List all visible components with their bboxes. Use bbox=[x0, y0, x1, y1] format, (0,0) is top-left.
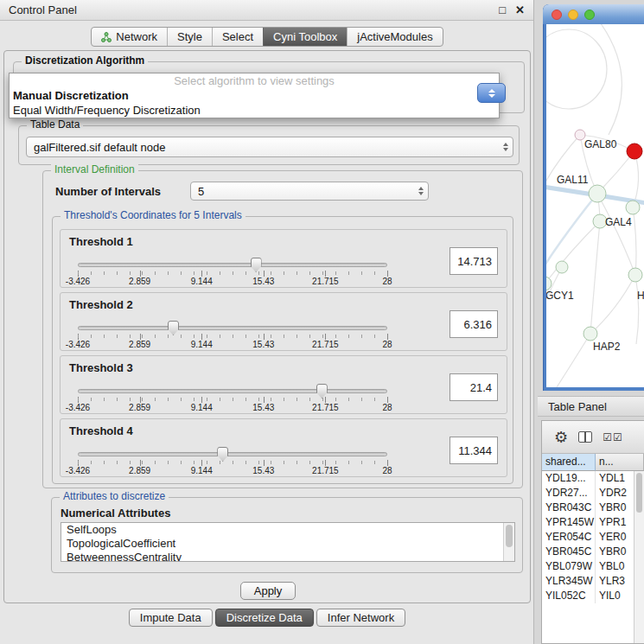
table-scrollbar[interactable] bbox=[634, 471, 644, 643]
network-canvas[interactable]: GAL80 GAL11 GAL4 GCY1 HAP2 H bbox=[546, 24, 644, 387]
algorithm-dropdown-popup: Select algorithm to view settings Manual… bbox=[9, 73, 500, 118]
network-window-titlebar[interactable] bbox=[543, 4, 644, 24]
tab-select[interactable]: Select bbox=[212, 28, 263, 46]
table-row[interactable]: YIL052CYIL0 bbox=[542, 589, 644, 603]
checkbox-icons[interactable]: ☑☑ bbox=[603, 431, 623, 443]
cell[interactable]: YBL079W bbox=[542, 559, 596, 574]
number-of-intervals-combo[interactable]: 5 bbox=[190, 182, 429, 201]
window-buttons: □ ✕ bbox=[499, 3, 525, 16]
tick-label: -3.426 bbox=[66, 340, 90, 349]
tick-label: 15.43 bbox=[252, 277, 274, 286]
node-selected-red[interactable] bbox=[627, 143, 642, 159]
node-hap2[interactable] bbox=[583, 327, 597, 341]
tick-labels: -3.426 2.859 9.144 15.43 21.715 28 bbox=[78, 403, 387, 413]
tick-label: 9.144 bbox=[191, 277, 213, 286]
stepper-icon[interactable] bbox=[503, 143, 508, 151]
table-panel-title: Table Panel bbox=[548, 400, 607, 413]
cell[interactable]: YBR043C bbox=[542, 501, 596, 515]
float-window-icon[interactable]: □ bbox=[499, 3, 506, 16]
table-row[interactable]: YBL079WYBL0 bbox=[542, 559, 644, 574]
list-item[interactable]: SelfLoops bbox=[61, 523, 514, 537]
node-labels: GAL80 GAL11 GAL4 GCY1 HAP2 H bbox=[546, 138, 644, 353]
table-row[interactable]: YBR043CYBR0 bbox=[542, 501, 644, 515]
tab-discretize-data[interactable]: Discretize Data bbox=[215, 609, 314, 627]
list-item[interactable]: TopologicalCoefficient bbox=[61, 537, 514, 551]
slider-track[interactable] bbox=[78, 326, 387, 330]
table-row[interactable]: YDR27...YDR2 bbox=[542, 486, 644, 501]
gear-icon[interactable]: ⚙ bbox=[554, 430, 568, 445]
close-traffic-light-icon[interactable] bbox=[552, 10, 562, 20]
table-row[interactable]: YER054CYER0 bbox=[542, 530, 644, 545]
tick-label: 21.715 bbox=[312, 403, 339, 412]
node[interactable] bbox=[556, 261, 568, 273]
table-row[interactable]: YLR345WYLR3 bbox=[542, 574, 644, 589]
attributes-list[interactable]: SelfLoops TopologicalCoefficient Between… bbox=[61, 522, 515, 562]
cell[interactable]: YDR27... bbox=[542, 486, 596, 501]
cell[interactable]: YBR045C bbox=[542, 545, 596, 559]
table-row[interactable]: YDL19...YDL1 bbox=[542, 471, 644, 486]
group-label: Table Data bbox=[27, 118, 83, 131]
columns-icon[interactable] bbox=[578, 431, 592, 443]
threshold-value-field[interactable]: 6.316 bbox=[450, 310, 498, 338]
table-data-combo-value: galFiltered.sif default node bbox=[34, 141, 165, 154]
cell[interactable]: YPR145W bbox=[542, 515, 596, 530]
group-label: Attributes to discretize bbox=[60, 490, 169, 502]
scrollbar-thumb[interactable] bbox=[506, 525, 513, 547]
threshold-panel: Threshold 1 -3.426 2.859 bbox=[60, 229, 507, 288]
cell[interactable]: YIL052C bbox=[542, 589, 596, 603]
tick-label: 21.715 bbox=[312, 340, 339, 349]
right-panel: GAL80 GAL11 GAL4 GCY1 HAP2 H Table Panel… bbox=[538, 0, 644, 644]
tab-impute-data[interactable]: Impute Data bbox=[129, 609, 213, 627]
list-scrollbar[interactable] bbox=[503, 523, 514, 561]
threshold-slider[interactable]: -3.426 2.859 9.144 15.43 21.715 28 bbox=[78, 386, 387, 411]
threshold-slider[interactable]: -3.426 2.859 9.144 15.43 21.715 28 bbox=[78, 322, 387, 348]
slider-handle[interactable] bbox=[217, 447, 228, 462]
dropdown-item-equal-width-frequency[interactable]: Equal Width/Frequency Discretization bbox=[10, 103, 499, 118]
node[interactable] bbox=[626, 201, 640, 214]
slider-handle[interactable] bbox=[168, 321, 179, 335]
network-view-window[interactable]: GAL80 GAL11 GAL4 GCY1 HAP2 H bbox=[543, 4, 644, 391]
algorithm-combo-stepper-icon[interactable] bbox=[477, 83, 506, 103]
stepper-icon[interactable] bbox=[418, 187, 424, 195]
table-row[interactable]: YPR145WYPR1 bbox=[542, 515, 644, 530]
cell[interactable]: YDL19... bbox=[542, 471, 596, 486]
table-row[interactable]: YBR045CYBR0 bbox=[542, 545, 644, 559]
threshold-value-field[interactable]: 11.344 bbox=[450, 437, 498, 464]
close-icon[interactable]: ✕ bbox=[515, 3, 525, 16]
slider-handle[interactable] bbox=[251, 258, 262, 272]
node-label-gcy1: GCY1 bbox=[546, 290, 574, 302]
scrollbar-thumb[interactable] bbox=[636, 473, 642, 513]
tab-infer-network[interactable]: Infer Network bbox=[316, 609, 405, 627]
table-data-combo[interactable]: galFiltered.sif default node bbox=[26, 137, 513, 157]
tick-label: 28 bbox=[382, 340, 392, 349]
threshold-value-field[interactable]: 14.713 bbox=[450, 247, 498, 275]
cell[interactable]: YLR345W bbox=[542, 574, 596, 589]
tab-cyni-toolbox[interactable]: Cyni Toolbox bbox=[263, 28, 347, 46]
minimize-traffic-light-icon[interactable] bbox=[568, 10, 578, 20]
interval-definition-group: Interval Definition Number of Intervals … bbox=[42, 170, 523, 488]
list-item[interactable]: BetweennessCentrality bbox=[61, 551, 514, 562]
slider-track[interactable] bbox=[78, 263, 387, 267]
threshold-slider[interactable]: -3.426 2.859 9.144 15.43 21.715 28 bbox=[78, 259, 387, 285]
threshold-slider[interactable]: -3.426 2.859 9.144 15.43 21.715 28 bbox=[78, 449, 387, 475]
cell[interactable]: YER054C bbox=[542, 530, 596, 545]
threshold-label: Threshold 2 bbox=[69, 298, 133, 311]
tab-style[interactable]: Style bbox=[167, 28, 212, 46]
dropdown-item-manual-discretization[interactable]: Manual Discretization bbox=[10, 88, 499, 103]
slider-track[interactable] bbox=[78, 452, 387, 456]
tab-jactivemodules[interactable]: jActiveModules bbox=[347, 28, 442, 46]
apply-button[interactable]: Apply bbox=[240, 582, 296, 600]
node[interactable] bbox=[628, 268, 642, 282]
node-label-hap2: HAP2 bbox=[593, 341, 621, 353]
control-panel: Control Panel □ ✕ Network Style Select bbox=[0, 0, 534, 644]
group-label: Discretization Algorithm bbox=[22, 54, 148, 67]
slider-track[interactable] bbox=[78, 389, 387, 393]
node-gal11[interactable] bbox=[589, 185, 606, 202]
control-panel-titlebar[interactable]: Control Panel □ ✕ bbox=[0, 0, 533, 21]
column-header-name[interactable]: n... bbox=[596, 454, 644, 471]
tab-network[interactable]: Network bbox=[92, 28, 167, 46]
column-header-shared-name[interactable]: shared... bbox=[542, 454, 596, 471]
threshold-value-field[interactable]: 21.4 bbox=[450, 373, 498, 401]
table-panel-titlebar[interactable]: Table Panel bbox=[538, 396, 644, 417]
zoom-traffic-light-icon[interactable] bbox=[584, 10, 595, 20]
